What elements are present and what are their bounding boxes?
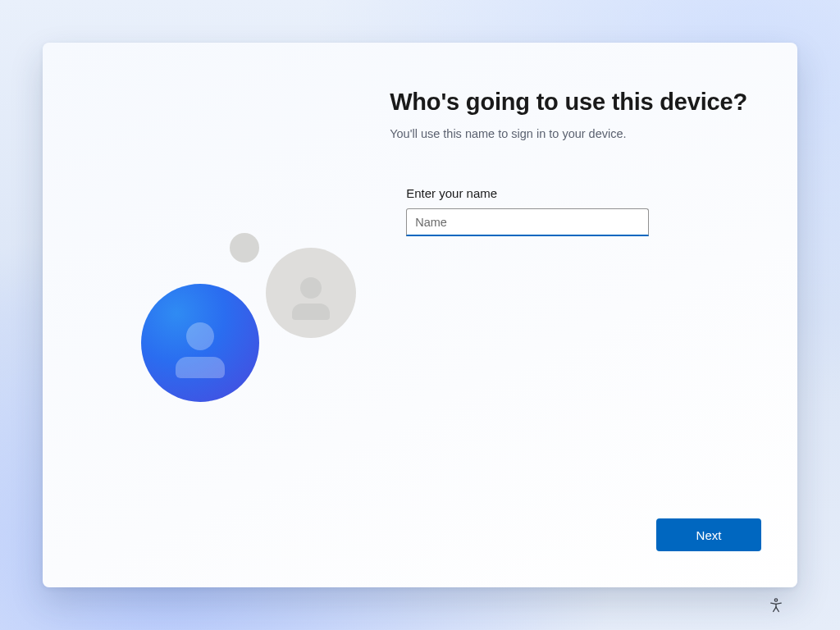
form-pane: Who's going to use this device? You'll u… — [390, 43, 797, 587]
name-field-block: Enter your name — [390, 186, 765, 236]
user-avatar-grey-icon — [266, 248, 356, 338]
accessibility-button[interactable] — [763, 592, 789, 619]
page-subtitle: You'll use this name to sign in to your … — [390, 127, 765, 140]
user-illustration — [141, 233, 404, 495]
setup-card: Who's going to use this device? You'll u… — [43, 43, 797, 587]
name-input[interactable] — [406, 208, 649, 236]
accessibility-icon — [768, 597, 784, 614]
page-title: Who's going to use this device? — [390, 89, 765, 116]
user-avatar-blue-icon — [141, 284, 259, 402]
illustration-pane — [43, 43, 390, 587]
name-field-label: Enter your name — [406, 186, 765, 200]
next-button[interactable]: Next — [656, 518, 761, 551]
decorative-dot — [230, 233, 259, 262]
svg-point-0 — [774, 599, 777, 601]
